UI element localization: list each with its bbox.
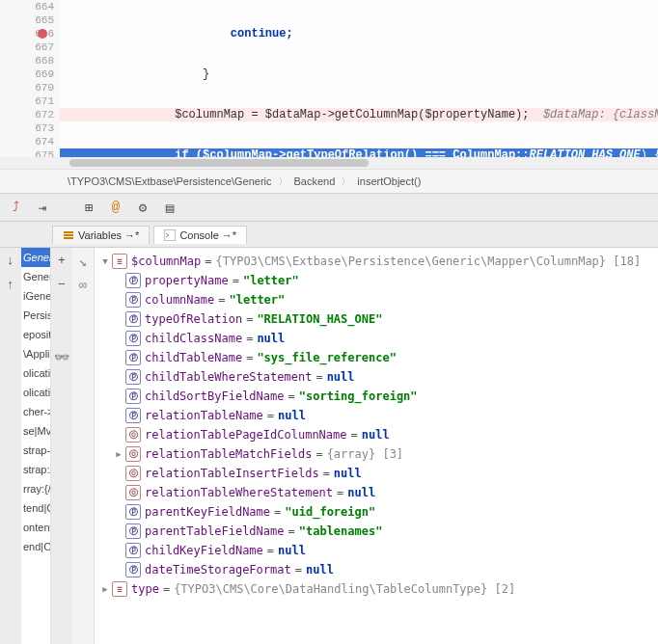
var-type-icon: ⓟ bbox=[125, 523, 141, 539]
down-arrow-icon[interactable]: ↓ bbox=[7, 254, 14, 268]
var-type-icon: ⓞ bbox=[125, 466, 141, 481]
variable-row[interactable]: ⓟchildClassName=null bbox=[98, 329, 658, 348]
glasses-icon[interactable]: 👓 bbox=[54, 350, 69, 365]
tab-console[interactable]: Console →* bbox=[153, 226, 247, 244]
up-arrow-icon[interactable]: ↑ bbox=[7, 278, 14, 292]
variable-name: relationTableInsertFields bbox=[145, 464, 319, 483]
var-type-icon: ⓟ bbox=[125, 389, 141, 404]
stack-frame[interactable]: cher-> bbox=[21, 402, 50, 421]
at-icon[interactable]: @ bbox=[108, 200, 123, 215]
variable-name: relationTableName bbox=[145, 406, 263, 425]
variable-value: "letter" bbox=[243, 271, 299, 290]
stack-frame[interactable]: Genera bbox=[21, 248, 50, 267]
var-type-icon: ⓟ bbox=[125, 504, 141, 520]
plus-icon[interactable]: + bbox=[58, 254, 66, 268]
variable-row[interactable]: ⓟpropertyName="letter" bbox=[98, 271, 658, 290]
variable-row[interactable]: ▶ⓞrelationTableMatchFields={array} [3] bbox=[98, 444, 658, 464]
variables-icon bbox=[63, 229, 74, 241]
stack-frame[interactable]: end|Co bbox=[21, 537, 50, 556]
debug-side-icons: ↓ ↑ bbox=[0, 248, 21, 644]
variable-row[interactable]: ⓟtypeOfRelation="RELATION_HAS_ONE" bbox=[98, 309, 658, 329]
stack-frame[interactable]: tend|C bbox=[21, 498, 50, 518]
variable-value: "sorting_foreign" bbox=[299, 387, 418, 406]
stack-frame[interactable]: Gener bbox=[21, 267, 50, 286]
variable-row[interactable]: ⓞrelationTablePageIdColumnName=null bbox=[98, 425, 658, 444]
minus-icon[interactable]: − bbox=[58, 278, 66, 292]
stack-frame[interactable]: se|Mvc bbox=[21, 421, 50, 441]
svg-rect-1 bbox=[64, 231, 73, 233]
variable-value: "letter" bbox=[229, 290, 285, 309]
settings-icon[interactable]: ⚙ bbox=[135, 200, 151, 215]
stack-frame[interactable]: \Applic bbox=[21, 344, 50, 363]
stack-frame[interactable]: strap-> bbox=[21, 441, 50, 460]
variable-row[interactable]: ⓞrelationTableWhereStatement=null bbox=[98, 483, 658, 502]
variable-row[interactable]: ⓟchildTableName="sys_file_reference" bbox=[98, 348, 658, 367]
variable-row[interactable]: ⓟcolumnName="letter" bbox=[98, 290, 658, 309]
var-type-icon: ≡ bbox=[112, 254, 127, 269]
breakpoint-icon[interactable] bbox=[37, 28, 48, 40]
var-type-icon: ⓞ bbox=[125, 427, 141, 443]
var-type-icon: ⓟ bbox=[125, 408, 141, 423]
horizontal-scrollbar[interactable] bbox=[0, 157, 658, 169]
expand-icon[interactable]: ▶ bbox=[112, 444, 125, 464]
variable-name: $columnMap bbox=[131, 252, 201, 271]
var-type-icon: ⓟ bbox=[125, 292, 141, 308]
var-type-icon: ⓟ bbox=[125, 543, 141, 558]
var-type-icon: ⓟ bbox=[125, 562, 141, 577]
clipboard-icon[interactable]: ▤ bbox=[162, 200, 178, 215]
variable-value: null bbox=[362, 425, 390, 444]
variable-row[interactable]: ⓟparentKeyFieldName="uid_foreign" bbox=[98, 502, 658, 522]
link-icon[interactable]: ∞ bbox=[79, 278, 87, 293]
variable-value: null bbox=[306, 560, 334, 579]
variable-name: parentTableFieldName bbox=[145, 522, 285, 541]
console-icon bbox=[164, 229, 176, 241]
variable-row[interactable]: ⓟrelationTableName=null bbox=[98, 406, 658, 425]
debug-toolbar: ⤴ ⇥ ⊞ @ ⚙ ▤ bbox=[0, 194, 658, 222]
variable-row[interactable]: ⓟchildTableWhereStatement=null bbox=[98, 367, 658, 387]
variable-name: childTableWhereStatement bbox=[145, 367, 312, 387]
expand-icon[interactable]: ▼ bbox=[98, 252, 112, 271]
stack-frame[interactable]: Persist bbox=[21, 306, 50, 325]
variable-value: {array} [3] bbox=[327, 444, 403, 464]
line-gutter: 664 665 666 667 668 669 670 671 672 673 … bbox=[0, 0, 60, 157]
variable-value: {TYPO3\CMS\Extbase\Persistence\Generic\M… bbox=[215, 252, 641, 271]
variable-value: null bbox=[278, 406, 306, 425]
variable-row[interactable]: ▶≡type={TYPO3\CMS\Core\DataHandling\Tabl… bbox=[98, 579, 658, 599]
variable-value: "uid_foreign" bbox=[285, 502, 375, 522]
stack-frame[interactable]: iGener bbox=[21, 286, 50, 306]
expand-icon[interactable]: ▶ bbox=[98, 579, 112, 599]
variable-row[interactable]: ▼≡$columnMap={TYPO3\CMS\Extbase\Persiste… bbox=[98, 252, 658, 271]
code-content[interactable]: continue; } $columnMap = $dataMap->getCo… bbox=[60, 0, 658, 157]
step-cursor-icon[interactable]: ⇥ bbox=[35, 200, 50, 215]
line-666[interactable]: 666 bbox=[0, 27, 54, 40]
variable-row[interactable]: ⓞrelationTableInsertFields=null bbox=[98, 464, 658, 483]
tab-variables[interactable]: Variables →* bbox=[52, 226, 150, 244]
var-type-icon: ⓟ bbox=[125, 311, 141, 327]
stack-frame[interactable]: olicatio bbox=[21, 363, 50, 383]
variable-row[interactable]: ⓟchildKeyFieldName=null bbox=[98, 541, 658, 560]
variable-name: childKeyFieldName bbox=[145, 541, 263, 560]
variable-row[interactable]: ⓟparentTableFieldName="tablenames" bbox=[98, 522, 658, 541]
variable-name: propertyName bbox=[145, 271, 229, 290]
stack-frame[interactable]: rray:{/v bbox=[21, 479, 50, 498]
variable-name: typeOfRelation bbox=[145, 309, 242, 329]
variable-name: relationTablePageIdColumnName bbox=[145, 425, 347, 444]
stack-frame[interactable]: ontent bbox=[21, 518, 50, 537]
breadcrumb[interactable]: \TYPO3\CMS\Extbase\Persistence\Generic〉B… bbox=[0, 169, 658, 193]
variables-panel[interactable]: ▼≡$columnMap={TYPO3\CMS\Extbase\Persiste… bbox=[95, 248, 658, 644]
stack-frame[interactable]: strap:/ bbox=[21, 460, 50, 479]
variable-value: null bbox=[334, 464, 362, 483]
step-out-icon[interactable]: ⤴ bbox=[8, 200, 23, 215]
var-type-icon: ⓟ bbox=[125, 350, 141, 365]
code-editor: 664 665 666 667 668 669 670 671 672 673 … bbox=[0, 0, 658, 194]
call-stack[interactable]: GeneraGeneriGenerPersisteposito\Applicol… bbox=[21, 248, 51, 644]
stack-frame[interactable]: eposito bbox=[21, 325, 50, 344]
stack-frame[interactable]: olicatio bbox=[21, 383, 50, 402]
calculator-icon[interactable]: ⊞ bbox=[81, 200, 96, 215]
variable-row[interactable]: ⓟdateTimeStorageFormat=null bbox=[98, 560, 658, 579]
debug-tabs: Variables →* Console →* bbox=[0, 222, 658, 248]
svg-rect-2 bbox=[64, 234, 73, 236]
svg-rect-3 bbox=[64, 237, 73, 239]
variable-row[interactable]: ⓟchildSortByFieldName="sorting_foreign" bbox=[98, 387, 658, 406]
collapse-icon[interactable]: ↘ bbox=[79, 254, 87, 270]
